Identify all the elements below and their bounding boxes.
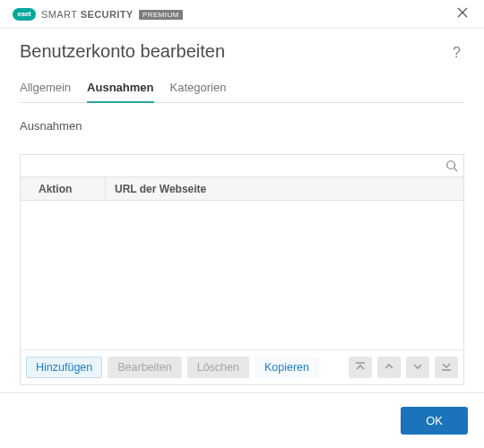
tab-general[interactable]: Allgemein <box>20 81 71 103</box>
search-input[interactable] <box>28 156 445 176</box>
table-header: Aktion URL der Webseite <box>21 177 463 201</box>
brand-text: SMART SECURITY PREMIUM <box>41 9 183 20</box>
add-button[interactable]: Hinzufügen <box>26 357 102 378</box>
tabs: Allgemein Ausnahmen Kategorien <box>20 81 464 103</box>
tab-categories[interactable]: Kategorien <box>170 81 227 103</box>
svg-point-0 <box>447 161 455 169</box>
table-toolbar: Hinzufügen Bearbeiten Löschen Kopieren <box>21 349 463 384</box>
move-up-button[interactable] <box>377 357 401 378</box>
ok-button[interactable]: OK <box>401 407 468 435</box>
delete-button[interactable]: Löschen <box>187 357 249 378</box>
brand: eset SMART SECURITY PREMIUM <box>13 8 183 21</box>
move-down-button[interactable] <box>406 357 429 378</box>
move-bottom-button[interactable] <box>435 357 458 378</box>
arrow-top-icon <box>354 360 367 375</box>
table-body <box>21 201 463 349</box>
close-icon <box>457 7 468 21</box>
search-row <box>20 154 464 177</box>
brand-name-bold: SECURITY <box>81 9 134 20</box>
help-icon: ? <box>453 45 461 60</box>
chevron-down-icon <box>411 360 424 375</box>
dialog-footer: OK <box>0 392 484 448</box>
svg-line-1 <box>454 168 458 172</box>
search-icon[interactable] <box>445 159 458 172</box>
arrow-bottom-icon <box>440 360 453 375</box>
move-top-button[interactable] <box>349 357 372 378</box>
brand-badge: PREMIUM <box>139 10 183 20</box>
help-button[interactable]: ? <box>449 41 464 65</box>
titlebar: eset SMART SECURITY PREMIUM <box>0 0 484 29</box>
edit-button[interactable]: Bearbeiten <box>108 357 181 378</box>
exceptions-table: Aktion URL der Webseite Hinzufügen Bearb… <box>20 177 464 385</box>
close-button[interactable] <box>450 2 475 27</box>
tab-exceptions[interactable]: Ausnahmen <box>87 81 153 103</box>
brand-name-thin: SMART <box>41 9 77 20</box>
brand-logo: eset <box>13 8 36 21</box>
col-action-header[interactable]: Aktion <box>21 177 106 200</box>
chevron-up-icon <box>383 360 395 375</box>
section-label: Ausnahmen <box>20 119 464 133</box>
col-url-header[interactable]: URL der Webseite <box>106 177 463 200</box>
copy-button[interactable]: Kopieren <box>255 357 319 378</box>
page-title: Benutzerkonto bearbeiten <box>20 41 449 62</box>
